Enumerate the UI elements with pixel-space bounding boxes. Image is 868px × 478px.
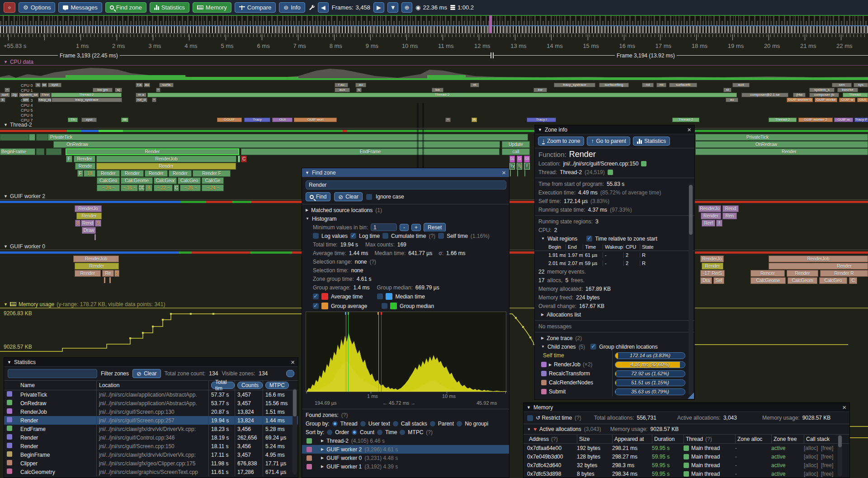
zone[interactable]: call: [502, 148, 530, 155]
close-icon[interactable]: ×: [687, 126, 691, 133]
options-button[interactable]: ⚙Options: [19, 2, 55, 13]
self-time-checkbox[interactable]: [438, 233, 444, 239]
zone[interactable]: Draw: [82, 227, 96, 234]
reset-button[interactable]: Reset: [424, 223, 446, 232]
zone[interactable]: composer@2.1-se: [741, 93, 788, 97]
min-values-input[interactable]: 1: [371, 223, 397, 231]
zone[interactable]: ^: [152, 98, 156, 102]
filter-zones-input[interactable]: [8, 369, 97, 378]
zone[interactable]: m a: [136, 93, 146, 97]
zone[interactable]: rot_d: [136, 98, 147, 102]
zone-g0-renderjob[interactable]: RenderJob: [73, 256, 119, 262]
zone-trace-toggle[interactable]: Zone trace: [547, 335, 572, 341]
zone[interactable]: [517, 170, 518, 176]
find-zone-group-row[interactable]: ▶ GUIF worker 2(3,296) 4.61 s: [302, 445, 509, 454]
zone[interactable]: 8: [145, 185, 152, 191]
zone[interactable]: Rencer: [750, 270, 785, 277]
parent-radio[interactable]: [430, 421, 435, 426]
zone[interactable]: ~ 24 ~: [202, 185, 224, 191]
zone[interactable]: Render: [169, 170, 192, 177]
zone[interactable]: syst: [48, 83, 61, 87]
find-zone-group-row[interactable]: ▶ GUIF worker 1(3,192) 4.39 s: [302, 462, 509, 471]
col-duration[interactable]: Duration: [652, 435, 684, 443]
zone[interactable]: [0, 134, 29, 141]
zone[interactable]: Sc: [509, 156, 515, 162]
cpu-usage-green[interactable]: [0, 78, 66, 80]
zone[interactable]: Render: [96, 163, 236, 170]
zone[interactable]: Render: [145, 170, 168, 177]
allocation-row[interactable]: 0x7dfc53d8988 bytes298.34 ms 59.95 sMain…: [524, 469, 849, 478]
zone[interactable]: surfa: [159, 83, 174, 87]
zone[interactable]: st: [723, 88, 731, 92]
collapse-icon[interactable]: ▼: [7, 360, 11, 364]
zone[interactable]: ~ 26 ~: [180, 185, 201, 191]
stats-row[interactable]: Clipperjni/../jni/src/claw/gfx/geo/Clipp…: [4, 459, 298, 468]
zone[interactable]: [67, 130, 81, 132]
zone[interactable]: Thread-: [843, 93, 868, 97]
child-zone-row[interactable]: Submit35.63 us (0.79%): [535, 387, 694, 396]
decrement-button[interactable]: -: [400, 224, 409, 231]
memory-titlebar[interactable]: ▼Memory ×: [524, 403, 849, 412]
stats-row[interactable]: RenderJobjni/../jni/src/guif/Screen.cpp:…: [4, 407, 298, 416]
legend-checkbox[interactable]: [313, 303, 319, 309]
matched-source-locations[interactable]: Matched source locations: [311, 207, 373, 213]
frame-overview[interactable]: [0, 15, 868, 33]
zone[interactable]: Render: [787, 270, 818, 277]
child-zones-toggle[interactable]: Child zones: [547, 344, 576, 350]
child-zone-row[interactable]: Self time172.14 us (3.83%): [535, 351, 694, 360]
clipped-button[interactable]: [286, 370, 294, 377]
zone[interactable]: Thread-2: [51, 93, 122, 97]
zone[interactable]: Render: [75, 263, 119, 270]
zone[interactable]: rol: [642, 83, 654, 87]
zone[interactable]: [81, 130, 99, 132]
zone[interactable]: ^: [5, 88, 10, 92]
zone[interactable]: sen: [832, 83, 852, 87]
close-icon[interactable]: ×: [842, 403, 846, 411]
zone[interactable]: GUIF w: [839, 98, 855, 102]
thread2-header[interactable]: ▼Thread-2: [0, 121, 868, 128]
zoom-to-zone-button[interactable]: ↓Zoom to zone: [538, 137, 584, 146]
next-frame-button[interactable]: ▶: [373, 2, 384, 13]
time-relative-checkbox[interactable]: [586, 236, 592, 241]
zone[interactable]: composer (b: [809, 93, 839, 97]
zone[interactable]: aud: [732, 83, 750, 87]
zone[interactable]: kw gm: [93, 88, 113, 92]
order-radio[interactable]: [327, 430, 332, 435]
zone[interactable]: C: [174, 185, 179, 191]
thread-radio[interactable]: [332, 421, 338, 426]
zone[interactable]: Ty: [509, 163, 515, 170]
zone[interactable]: [206, 201, 232, 203]
col-size[interactable]: Size: [577, 435, 612, 443]
zone[interactable]: Sel: [713, 277, 724, 284]
zone[interactable]: [29, 134, 35, 141]
zone-beginframe[interactable]: BeginFrame: [0, 148, 35, 155]
zone[interactable]: RenderJob: [769, 256, 868, 262]
zone[interactable]: C: [849, 277, 857, 284]
memory-scrollbar[interactable]: [838, 435, 842, 476]
stats-row[interactable]: PrivateTickjni/../jni/src/claw/applicati…: [4, 390, 298, 399]
zone[interactable]: [343, 130, 347, 132]
zone[interactable]: ^: [156, 88, 160, 92]
stats-row[interactable]: Renderjni/../jni/src/guif/Screen.cpp:150…: [4, 442, 298, 450]
zone[interactable]: 18: [84, 170, 95, 177]
messages-button[interactable]: Messages: [58, 2, 102, 13]
find-zone-group-row[interactable]: ▶ GUIF worker 0(3,231) 4.48 s: [302, 454, 509, 462]
zone[interactable]: Render: [701, 213, 721, 219]
find-zone-query-input[interactable]: Render: [306, 180, 506, 189]
zone[interactable]: aux: [335, 88, 350, 92]
statistics-titlebar[interactable]: ▼ Statistics ×: [4, 358, 298, 367]
zone[interactable]: kw: [533, 88, 547, 92]
close-icon[interactable]: ×: [291, 358, 295, 366]
zone[interactable]: GUI: [857, 98, 868, 102]
call-stacks-radio[interactable]: [393, 421, 398, 426]
zone[interactable]: Render: [74, 156, 95, 162]
zone[interactable]: [109, 277, 111, 283]
ignore-case-checkbox[interactable]: [366, 194, 372, 200]
zone[interactable]: -17' RerS: [700, 270, 725, 277]
zone-g2-renderjob[interactable]: RenderJo: [75, 205, 102, 212]
zone[interactable]: [66, 75, 185, 80]
zone-privatetick[interactable]: PrivateTick: [48, 134, 528, 141]
zone[interactable]: s: [35, 83, 41, 87]
zone[interactable]: CalcGeor: [154, 177, 177, 184]
zone[interactable]: surf: [0, 93, 10, 97]
